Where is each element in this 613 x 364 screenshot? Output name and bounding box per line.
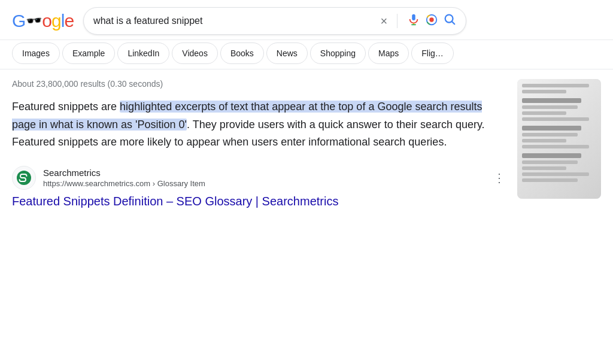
tab-books[interactable]: Books [220, 43, 264, 64]
featured-snippet: Featured snippets are highlighted excerp… [12, 98, 505, 151]
camera-icon[interactable] [425, 13, 438, 29]
thumb-line-11 [522, 172, 589, 176]
thumb-line-5 [522, 117, 589, 121]
thumb-line-9 [522, 160, 578, 164]
source-row: Searchmetrics https://www.searchmetrics.… [12, 166, 505, 190]
thumb-line-8 [522, 145, 589, 148]
result-link[interactable]: Featured Snippets Definition – SEO Gloss… [12, 195, 338, 208]
results-main: About 23,800,000 results (0.30 seconds) … [12, 79, 505, 208]
google-logo[interactable]: G🕶️ogle [12, 11, 74, 31]
source-name: Searchmetrics [43, 168, 205, 178]
thumb-section-3 [522, 153, 581, 158]
svg-point-2 [429, 17, 433, 22]
search-input[interactable] [93, 16, 375, 26]
search-tabs: Images Example LinkedIn Videos Books New… [0, 40, 613, 69]
results-count: About 23,800,000 results (0.30 seconds) [12, 79, 505, 89]
source-info: Searchmetrics https://www.searchmetrics.… [43, 168, 205, 188]
thumb-line-7 [522, 139, 566, 142]
thumb-section-2 [522, 126, 581, 131]
snippet-text-before: Featured snippets are [12, 101, 120, 113]
thumbnail-inner [517, 79, 601, 199]
thumb-line-10 [522, 166, 566, 170]
logo-letter-g: G [12, 11, 25, 31]
tab-images[interactable]: Images [12, 43, 60, 64]
tab-shopping[interactable]: Shopping [310, 43, 366, 64]
microphone-icon[interactable] [407, 13, 420, 29]
logo-letter-g2: g [51, 11, 61, 31]
tab-news[interactable]: News [266, 43, 308, 64]
logo-glasses-icon: 🕶️ [25, 13, 42, 29]
tab-linkedin[interactable]: LinkedIn [117, 43, 169, 64]
source-url: https://www.searchmetrics.com › Glossary… [43, 179, 205, 188]
source-menu-icon[interactable]: ⋮ [493, 171, 505, 185]
results-thumbnail [517, 79, 601, 208]
thumb-line-2 [522, 90, 566, 93]
search-submit-icon[interactable] [443, 13, 456, 29]
svg-line-4 [452, 22, 454, 24]
thumb-line-4 [522, 111, 566, 115]
tab-videos[interactable]: Videos [172, 43, 218, 64]
logo-letter-e: e [64, 11, 74, 31]
source-favicon [12, 166, 36, 190]
logo-letter-o2: o [42, 11, 51, 31]
clear-icon[interactable]: × [380, 15, 387, 27]
thumbnail-image [517, 79, 601, 199]
thumb-section-1 [522, 98, 581, 103]
tab-maps[interactable]: Maps [368, 43, 409, 64]
thumb-line-6 [522, 133, 578, 136]
svg-rect-0 [412, 14, 415, 20]
results-area: About 23,800,000 results (0.30 seconds) … [0, 69, 613, 218]
thumb-line-12 [522, 178, 578, 182]
header: G🕶️ogle × [0, 0, 613, 40]
tab-flights[interactable]: Flig… [411, 43, 454, 64]
tab-example[interactable]: Example [62, 43, 115, 64]
search-bar: × [83, 7, 466, 35]
thumb-line-3 [522, 105, 578, 109]
thumb-line-1 [522, 84, 589, 87]
search-divider [397, 14, 397, 28]
